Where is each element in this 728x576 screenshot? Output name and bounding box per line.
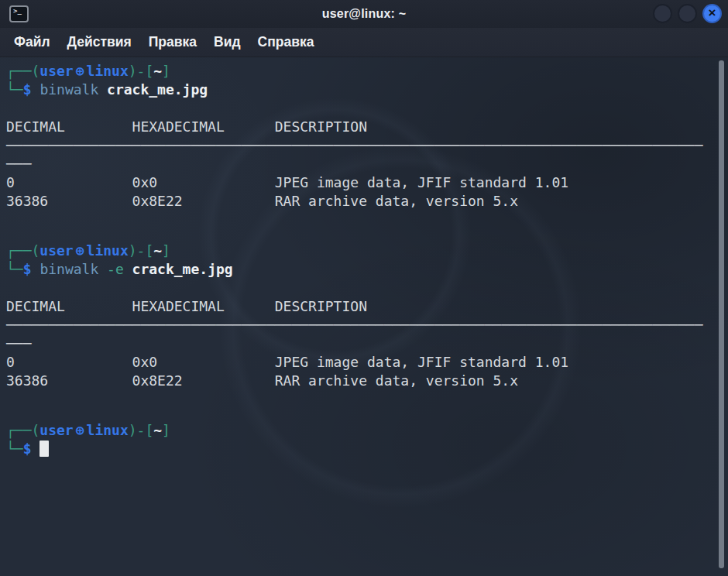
table-row: 363860x8E22RAR archive data, version 5.x	[0, 192, 728, 211]
prompt-user: user	[39, 63, 73, 79]
cell-description: JPEG image data, JFIF standard 1.01	[275, 174, 568, 190]
table-row: 00x0JPEG image data, JFIF standard 1.01	[0, 173, 728, 192]
command-line: └─$ binwalk crack_me.jpg	[0, 81, 728, 99]
blank-line	[0, 406, 728, 421]
window-controls: ×	[653, 4, 722, 23]
menu-item-actions[interactable]: Действия	[59, 29, 140, 55]
prompt-host: linux	[87, 422, 129, 438]
menu-item-file[interactable]: Файл	[5, 29, 59, 55]
prompt-path: ~	[153, 63, 162, 79]
header-description: DESCRIPTION	[275, 118, 367, 135]
prompt-frame: ]	[162, 242, 170, 259]
prompt-dollar: $	[23, 441, 40, 457]
cell-hex: 0x0	[132, 173, 275, 192]
header-description: DESCRIPTION	[275, 298, 367, 314]
separator-wrap: ───	[0, 334, 728, 353]
menu-item-edit[interactable]: Правка	[140, 29, 205, 55]
cell-hex: 0x0	[132, 353, 275, 372]
cell-description: RAR archive data, version 5.x	[275, 372, 518, 389]
blank-line	[0, 99, 728, 118]
prompt-frame: └─	[6, 81, 23, 98]
table-header: DECIMALHEXADECIMALDESCRIPTION	[0, 297, 728, 316]
cell-hex: 0x8E22	[132, 372, 275, 390]
menubar: Файл Действия Правка Вид Справка	[0, 28, 728, 57]
terminal-window: >_ user@linux: ~ × Файл Действия Правка …	[0, 0, 728, 576]
prompt-dollar: $	[23, 261, 40, 277]
table-row: 363860x8E22RAR archive data, version 5.x	[0, 372, 728, 390]
cell-decimal: 0	[6, 353, 132, 372]
prompt-user: user	[39, 422, 73, 438]
header-decimal: DECIMAL	[6, 297, 132, 316]
cell-decimal: 36386	[6, 372, 132, 390]
cell-description: RAR archive data, version 5.x	[275, 193, 518, 209]
header-hexadecimal: HEXADECIMAL	[132, 297, 275, 316]
at-icon: ⊕	[74, 422, 87, 438]
minimize-button[interactable]	[653, 4, 672, 23]
prompt-frame: └─	[6, 441, 23, 457]
command-arg: crack_me.jpg	[132, 261, 233, 277]
blank-line	[0, 211, 728, 226]
scrollbar[interactable]	[719, 60, 724, 568]
cell-hex: 0x8E22	[132, 192, 275, 211]
prompt-frame: ┌──(	[6, 63, 39, 79]
titlebar[interactable]: >_ user@linux: ~ ×	[0, 0, 728, 28]
command-arg: crack_me.jpg	[107, 81, 208, 98]
prompt-path: ~	[153, 422, 162, 438]
prompt-frame: ]	[162, 422, 170, 438]
prompt-frame: ┌──(	[6, 242, 39, 259]
prompt-frame: ┌──(	[6, 422, 39, 438]
prompt-frame: └─	[6, 261, 23, 277]
blank-line	[0, 279, 728, 297]
header-decimal: DECIMAL	[6, 118, 132, 136]
prompt-frame: )-[	[129, 63, 154, 79]
command-line: └─$ binwalk -e crack_me.jpg	[0, 260, 728, 279]
menu-item-help[interactable]: Справка	[249, 29, 323, 55]
prompt-host: linux	[87, 242, 129, 259]
header-hexadecimal: HEXADECIMAL	[132, 118, 275, 136]
menu-item-view[interactable]: Вид	[205, 29, 249, 55]
close-button[interactable]: ×	[702, 4, 722, 23]
command-name: binwalk	[39, 81, 107, 98]
prompt-frame: )-[	[129, 242, 154, 259]
maximize-button[interactable]	[678, 4, 697, 23]
prompt-user: user	[39, 242, 73, 259]
cell-decimal: 36386	[6, 192, 132, 211]
separator-wrap: ───	[0, 155, 728, 173]
terminal-screen[interactable]: ┌──(user⊕linux)-[~] └─$ binwalk crack_me…	[0, 57, 728, 576]
prompt-frame: ]	[162, 63, 170, 79]
prompt-host: linux	[87, 63, 129, 79]
separator-line: ────────────────────────────────────────…	[0, 136, 728, 155]
blank-line	[0, 390, 728, 406]
command-line: └─$	[0, 440, 728, 458]
terminal-app-icon: >_	[9, 5, 29, 22]
at-icon: ⊕	[74, 242, 87, 259]
prompt-path: ~	[153, 242, 162, 259]
cell-description: JPEG image data, JFIF standard 1.01	[275, 354, 568, 370]
at-icon: ⊕	[74, 63, 87, 79]
prompt-line: ┌──(user⊕linux)-[~]	[0, 421, 728, 440]
prompt-frame: )-[	[129, 422, 154, 438]
command-flag: -e	[107, 261, 132, 277]
prompt-line: ┌──(user⊕linux)-[~]	[0, 62, 728, 81]
text-cursor[interactable]	[39, 441, 49, 457]
separator-line: ────────────────────────────────────────…	[0, 316, 728, 334]
cell-decimal: 0	[6, 173, 132, 192]
window-title: user@linux: ~	[0, 7, 728, 21]
prompt-line: ┌──(user⊕linux)-[~]	[0, 242, 728, 260]
table-header: DECIMALHEXADECIMALDESCRIPTION	[0, 118, 728, 136]
blank-line	[0, 226, 728, 242]
prompt-dollar: $	[23, 81, 40, 98]
command-name: binwalk	[39, 261, 107, 277]
close-icon: ×	[709, 6, 716, 19]
table-row: 00x0JPEG image data, JFIF standard 1.01	[0, 353, 728, 372]
